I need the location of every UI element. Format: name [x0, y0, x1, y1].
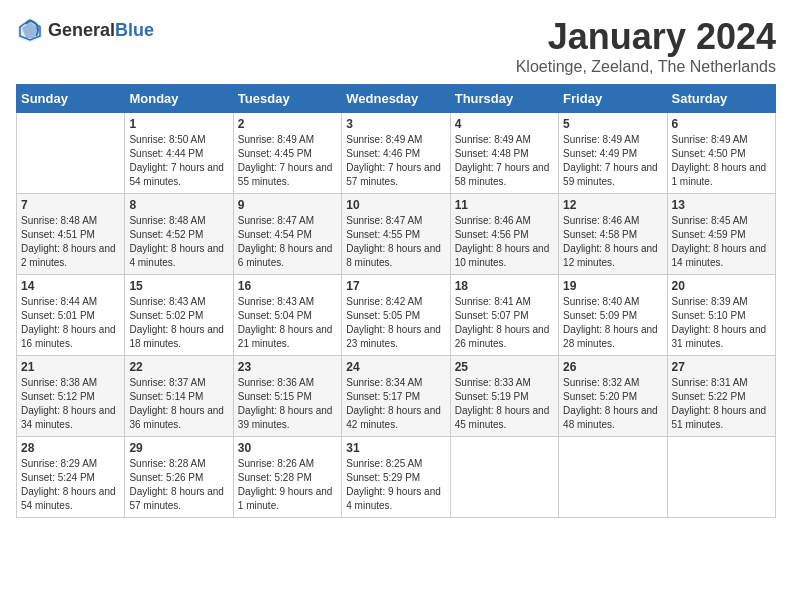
cell-w1-d4: 3Sunrise: 8:49 AMSunset: 4:46 PMDaylight…	[342, 113, 450, 194]
header-row: SundayMondayTuesdayWednesdayThursdayFrid…	[17, 85, 776, 113]
day-number: 16	[238, 279, 337, 293]
week-row-4: 21Sunrise: 8:38 AMSunset: 5:12 PMDayligh…	[17, 356, 776, 437]
cell-w3-d6: 19Sunrise: 8:40 AMSunset: 5:09 PMDayligh…	[559, 275, 667, 356]
sub-title: Kloetinge, Zeeland, The Netherlands	[516, 58, 776, 76]
cell-info: Sunrise: 8:38 AMSunset: 5:12 PMDaylight:…	[21, 377, 116, 430]
cell-w3-d2: 15Sunrise: 8:43 AMSunset: 5:02 PMDayligh…	[125, 275, 233, 356]
calendar-table: SundayMondayTuesdayWednesdayThursdayFrid…	[16, 84, 776, 518]
cell-info: Sunrise: 8:50 AMSunset: 4:44 PMDaylight:…	[129, 134, 224, 187]
day-number: 30	[238, 441, 337, 455]
cell-w4-d6: 26Sunrise: 8:32 AMSunset: 5:20 PMDayligh…	[559, 356, 667, 437]
cell-w2-d6: 12Sunrise: 8:46 AMSunset: 4:58 PMDayligh…	[559, 194, 667, 275]
cell-info: Sunrise: 8:48 AMSunset: 4:52 PMDaylight:…	[129, 215, 224, 268]
cell-info: Sunrise: 8:32 AMSunset: 5:20 PMDaylight:…	[563, 377, 658, 430]
cell-w1-d7: 6Sunrise: 8:49 AMSunset: 4:50 PMDaylight…	[667, 113, 775, 194]
cell-info: Sunrise: 8:43 AMSunset: 5:02 PMDaylight:…	[129, 296, 224, 349]
cell-w2-d3: 9Sunrise: 8:47 AMSunset: 4:54 PMDaylight…	[233, 194, 341, 275]
day-number: 9	[238, 198, 337, 212]
day-number: 19	[563, 279, 662, 293]
day-number: 25	[455, 360, 554, 374]
cell-w1-d2: 1Sunrise: 8:50 AMSunset: 4:44 PMDaylight…	[125, 113, 233, 194]
day-number: 3	[346, 117, 445, 131]
cell-info: Sunrise: 8:26 AMSunset: 5:28 PMDaylight:…	[238, 458, 333, 511]
day-number: 1	[129, 117, 228, 131]
calendar-body: 1Sunrise: 8:50 AMSunset: 4:44 PMDaylight…	[17, 113, 776, 518]
cell-info: Sunrise: 8:49 AMSunset: 4:46 PMDaylight:…	[346, 134, 441, 187]
day-number: 4	[455, 117, 554, 131]
cell-info: Sunrise: 8:29 AMSunset: 5:24 PMDaylight:…	[21, 458, 116, 511]
day-number: 31	[346, 441, 445, 455]
cell-info: Sunrise: 8:49 AMSunset: 4:48 PMDaylight:…	[455, 134, 550, 187]
header-sunday: Sunday	[17, 85, 125, 113]
cell-info: Sunrise: 8:49 AMSunset: 4:50 PMDaylight:…	[672, 134, 767, 187]
day-number: 22	[129, 360, 228, 374]
cell-info: Sunrise: 8:43 AMSunset: 5:04 PMDaylight:…	[238, 296, 333, 349]
cell-w1-d6: 5Sunrise: 8:49 AMSunset: 4:49 PMDaylight…	[559, 113, 667, 194]
cell-w5-d5	[450, 437, 558, 518]
day-number: 21	[21, 360, 120, 374]
cell-info: Sunrise: 8:46 AMSunset: 4:56 PMDaylight:…	[455, 215, 550, 268]
cell-info: Sunrise: 8:34 AMSunset: 5:17 PMDaylight:…	[346, 377, 441, 430]
calendar-header: SundayMondayTuesdayWednesdayThursdayFrid…	[17, 85, 776, 113]
cell-info: Sunrise: 8:28 AMSunset: 5:26 PMDaylight:…	[129, 458, 224, 511]
cell-w4-d7: 27Sunrise: 8:31 AMSunset: 5:22 PMDayligh…	[667, 356, 775, 437]
day-number: 6	[672, 117, 771, 131]
cell-w5-d6	[559, 437, 667, 518]
day-number: 11	[455, 198, 554, 212]
day-number: 12	[563, 198, 662, 212]
cell-w3-d1: 14Sunrise: 8:44 AMSunset: 5:01 PMDayligh…	[17, 275, 125, 356]
cell-w5-d1: 28Sunrise: 8:29 AMSunset: 5:24 PMDayligh…	[17, 437, 125, 518]
cell-w2-d4: 10Sunrise: 8:47 AMSunset: 4:55 PMDayligh…	[342, 194, 450, 275]
header-saturday: Saturday	[667, 85, 775, 113]
logo-general: General	[48, 20, 115, 40]
day-number: 7	[21, 198, 120, 212]
day-number: 26	[563, 360, 662, 374]
cell-info: Sunrise: 8:39 AMSunset: 5:10 PMDaylight:…	[672, 296, 767, 349]
week-row-5: 28Sunrise: 8:29 AMSunset: 5:24 PMDayligh…	[17, 437, 776, 518]
week-row-2: 7Sunrise: 8:48 AMSunset: 4:51 PMDaylight…	[17, 194, 776, 275]
header-thursday: Thursday	[450, 85, 558, 113]
day-number: 18	[455, 279, 554, 293]
day-number: 5	[563, 117, 662, 131]
cell-info: Sunrise: 8:37 AMSunset: 5:14 PMDaylight:…	[129, 377, 224, 430]
cell-info: Sunrise: 8:42 AMSunset: 5:05 PMDaylight:…	[346, 296, 441, 349]
main-title: January 2024	[516, 16, 776, 58]
logo: GeneralBlue	[16, 16, 154, 44]
cell-w1-d3: 2Sunrise: 8:49 AMSunset: 4:45 PMDaylight…	[233, 113, 341, 194]
cell-w2-d2: 8Sunrise: 8:48 AMSunset: 4:52 PMDaylight…	[125, 194, 233, 275]
day-number: 10	[346, 198, 445, 212]
header-monday: Monday	[125, 85, 233, 113]
cell-w1-d1	[17, 113, 125, 194]
logo-icon	[16, 16, 44, 44]
cell-w5-d3: 30Sunrise: 8:26 AMSunset: 5:28 PMDayligh…	[233, 437, 341, 518]
logo-wordmark: GeneralBlue	[48, 20, 154, 41]
day-number: 24	[346, 360, 445, 374]
cell-info: Sunrise: 8:36 AMSunset: 5:15 PMDaylight:…	[238, 377, 333, 430]
cell-w3-d7: 20Sunrise: 8:39 AMSunset: 5:10 PMDayligh…	[667, 275, 775, 356]
cell-info: Sunrise: 8:45 AMSunset: 4:59 PMDaylight:…	[672, 215, 767, 268]
logo-blue: Blue	[115, 20, 154, 40]
header-tuesday: Tuesday	[233, 85, 341, 113]
cell-info: Sunrise: 8:41 AMSunset: 5:07 PMDaylight:…	[455, 296, 550, 349]
cell-w3-d4: 17Sunrise: 8:42 AMSunset: 5:05 PMDayligh…	[342, 275, 450, 356]
cell-info: Sunrise: 8:46 AMSunset: 4:58 PMDaylight:…	[563, 215, 658, 268]
cell-w5-d4: 31Sunrise: 8:25 AMSunset: 5:29 PMDayligh…	[342, 437, 450, 518]
cell-w4-d3: 23Sunrise: 8:36 AMSunset: 5:15 PMDayligh…	[233, 356, 341, 437]
day-number: 2	[238, 117, 337, 131]
cell-info: Sunrise: 8:49 AMSunset: 4:49 PMDaylight:…	[563, 134, 658, 187]
day-number: 23	[238, 360, 337, 374]
title-area: January 2024 Kloetinge, Zeeland, The Net…	[516, 16, 776, 76]
header: GeneralBlue January 2024 Kloetinge, Zeel…	[16, 16, 776, 76]
day-number: 28	[21, 441, 120, 455]
cell-w2-d1: 7Sunrise: 8:48 AMSunset: 4:51 PMDaylight…	[17, 194, 125, 275]
cell-info: Sunrise: 8:44 AMSunset: 5:01 PMDaylight:…	[21, 296, 116, 349]
cell-info: Sunrise: 8:33 AMSunset: 5:19 PMDaylight:…	[455, 377, 550, 430]
header-friday: Friday	[559, 85, 667, 113]
cell-w2-d5: 11Sunrise: 8:46 AMSunset: 4:56 PMDayligh…	[450, 194, 558, 275]
cell-info: Sunrise: 8:47 AMSunset: 4:54 PMDaylight:…	[238, 215, 333, 268]
day-number: 14	[21, 279, 120, 293]
cell-w5-d7	[667, 437, 775, 518]
cell-w4-d5: 25Sunrise: 8:33 AMSunset: 5:19 PMDayligh…	[450, 356, 558, 437]
day-number: 27	[672, 360, 771, 374]
cell-w5-d2: 29Sunrise: 8:28 AMSunset: 5:26 PMDayligh…	[125, 437, 233, 518]
